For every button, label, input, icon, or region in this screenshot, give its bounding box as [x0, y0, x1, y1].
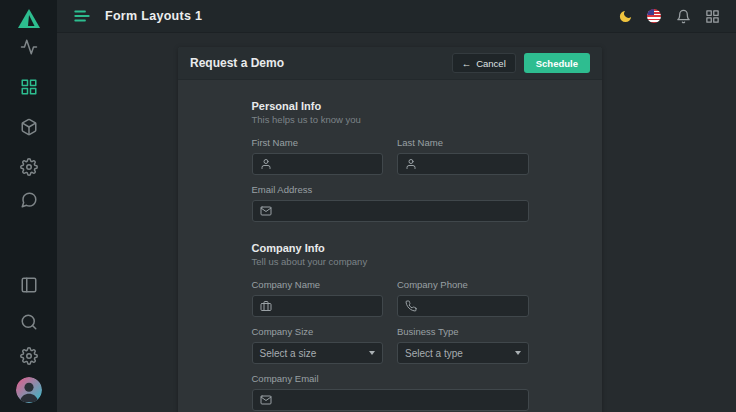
content-area: Request a Demo ← Cancel Schedule	[57, 33, 736, 412]
field-company-phone: Company Phone	[397, 279, 529, 317]
first-name-input-wrap	[252, 153, 384, 175]
chat-icon[interactable]	[20, 191, 38, 209]
company-phone-label: Company Phone	[397, 279, 529, 290]
layout-icon[interactable]	[20, 276, 38, 294]
topbar: Form Layouts 1	[57, 0, 736, 33]
company-info-section: Company Info Tell us about your company …	[252, 242, 529, 411]
section-subtitle-personal-info: This helps us to know you	[252, 114, 529, 125]
last-name-input-wrap	[397, 153, 529, 175]
envelope-icon	[260, 205, 272, 217]
section-title-company-info: Company Info	[252, 242, 529, 254]
field-business-type: Business Type Select a type	[397, 326, 529, 364]
company-size-placeholder: Select a size	[260, 348, 317, 359]
settings-icon[interactable]	[20, 347, 38, 365]
us-flag	[647, 9, 661, 23]
field-last-name: Last Name	[397, 137, 529, 175]
chevron-down-icon	[369, 351, 375, 355]
card-header: Request a Demo ← Cancel Schedule	[178, 47, 602, 80]
user-avatar[interactable]	[16, 377, 42, 403]
email-address-label: Email Address	[252, 184, 529, 195]
page-title: Form Layouts 1	[105, 9, 202, 23]
business-type-label: Business Type	[397, 326, 529, 337]
company-size-label: Company Size	[252, 326, 384, 337]
cancel-button[interactable]: ← Cancel	[452, 53, 516, 73]
briefcase-icon	[260, 300, 272, 312]
card-actions: ← Cancel Schedule	[452, 53, 590, 73]
grid-icon[interactable]	[20, 78, 38, 96]
us-flag-icon[interactable]	[646, 8, 662, 24]
field-email-address: Email Address	[252, 184, 529, 222]
search-icon[interactable]	[20, 313, 38, 331]
company-email-row: Company Email	[252, 373, 529, 411]
schedule-button-label: Schedule	[536, 58, 578, 69]
size-type-row: Company Size Select a size Business Type	[252, 326, 529, 364]
company-email-label: Company Email	[252, 373, 529, 384]
last-name-input[interactable]	[423, 159, 521, 170]
section-subtitle-company-info: Tell us about your company	[252, 256, 529, 267]
app-root: Form Layouts 1 Request a Demo	[0, 0, 736, 412]
activity-icon[interactable]	[20, 38, 38, 56]
company-size-select[interactable]: Select a size	[252, 342, 384, 364]
email-address-input[interactable]	[278, 206, 521, 217]
cancel-button-label: Cancel	[476, 58, 506, 69]
topbar-actions	[617, 8, 720, 24]
business-type-select[interactable]: Select a type	[397, 342, 529, 364]
moon-icon[interactable]	[617, 8, 633, 24]
company-name-phone-row: Company Name Company Pho	[252, 279, 529, 317]
sidebar	[0, 0, 57, 412]
envelope-icon	[260, 394, 272, 406]
name-row: First Name Last Name	[252, 137, 529, 175]
company-name-input-wrap	[252, 295, 384, 317]
request-demo-card: Request a Demo ← Cancel Schedule	[178, 47, 602, 412]
field-first-name: First Name	[252, 137, 384, 175]
card-body: Personal Info This helps us to know you …	[178, 80, 602, 412]
package-icon[interactable]	[20, 118, 38, 136]
chevron-down-icon	[515, 351, 521, 355]
company-email-input-wrap	[252, 389, 529, 411]
field-company-size: Company Size Select a size	[252, 326, 384, 364]
business-type-placeholder: Select a type	[405, 348, 463, 359]
section-title-personal-info: Personal Info	[252, 100, 529, 112]
person-icon	[260, 158, 272, 170]
first-name-label: First Name	[252, 137, 384, 148]
email-row: Email Address	[252, 184, 529, 222]
brand-triangle-logo[interactable]	[16, 6, 42, 32]
field-company-name: Company Name	[252, 279, 384, 317]
company-phone-input-wrap	[397, 295, 529, 317]
card-title: Request a Demo	[190, 56, 284, 70]
email-input-wrap	[252, 200, 529, 222]
company-email-input[interactable]	[278, 395, 521, 406]
bell-icon[interactable]	[675, 8, 691, 24]
hamburger-menu-icon[interactable]	[73, 7, 91, 25]
company-name-label: Company Name	[252, 279, 384, 290]
first-name-input[interactable]	[278, 159, 376, 170]
field-company-email: Company Email	[252, 373, 529, 411]
apps-grid-icon[interactable]	[704, 8, 720, 24]
gear-icon[interactable]	[20, 158, 38, 176]
back-arrow-icon: ←	[462, 58, 472, 69]
demo-form: Personal Info This helps us to know you …	[252, 100, 529, 411]
company-phone-input[interactable]	[423, 301, 521, 312]
schedule-button[interactable]: Schedule	[524, 53, 590, 73]
phone-icon	[405, 300, 417, 312]
main-area: Form Layouts 1 Request a Demo	[57, 0, 736, 412]
person-icon	[405, 158, 417, 170]
last-name-label: Last Name	[397, 137, 529, 148]
company-name-input[interactable]	[278, 301, 376, 312]
